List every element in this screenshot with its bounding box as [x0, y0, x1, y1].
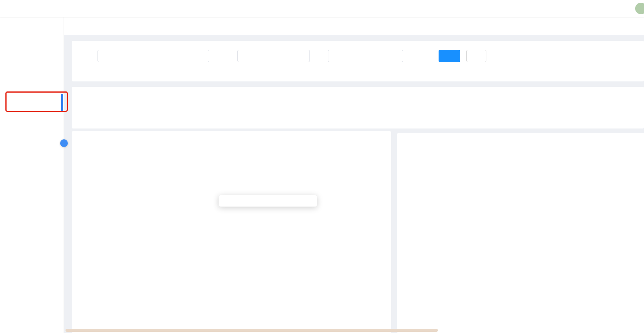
avatar[interactable]: [635, 3, 644, 14]
filter-row: [72, 50, 644, 62]
afcenter-logo[interactable]: [7, 3, 7, 3]
sort-field-select[interactable]: [237, 50, 310, 62]
page-title-strip: [64, 17, 644, 35]
reset-button[interactable]: [466, 50, 486, 62]
chart-card: [72, 131, 391, 333]
topbar-divider: [48, 4, 48, 13]
stats-card: [72, 87, 644, 128]
filter-card: [72, 41, 644, 81]
sort-type-select[interactable]: [328, 50, 403, 62]
chart-tooltip: [219, 195, 317, 207]
topbar: [0, 0, 644, 17]
sidebar-collapse-button[interactable]: [60, 139, 68, 147]
date-range-input[interactable]: [98, 50, 209, 62]
table-card: [397, 133, 644, 333]
sidebar-scrollbar-thumb[interactable]: [61, 94, 63, 112]
sidebar: [0, 17, 64, 333]
query-button[interactable]: [439, 50, 460, 62]
horizontal-scrollbar-thumb[interactable]: [66, 329, 438, 332]
